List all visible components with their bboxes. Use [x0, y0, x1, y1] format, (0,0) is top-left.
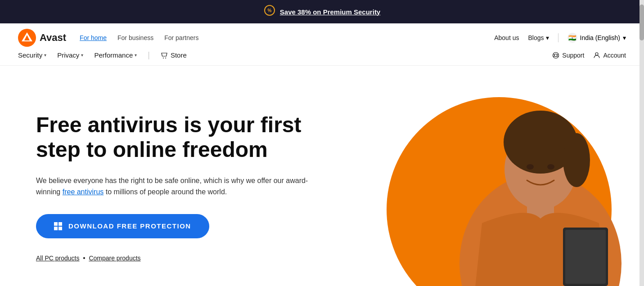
- privacy-menu[interactable]: Privacy ▾: [57, 51, 83, 59]
- support-icon: [552, 52, 559, 59]
- store-label: Store: [171, 51, 187, 59]
- free-antivirus-link[interactable]: free antivirus: [63, 188, 104, 196]
- download-button-label: DOWNLOAD FREE PROTECTION: [68, 222, 191, 230]
- svg-point-3: [163, 58, 164, 58]
- language-label: India (English): [580, 34, 621, 41]
- blogs-chevron-icon: ▾: [546, 34, 549, 41]
- svg-line-7: [554, 54, 555, 54]
- nav-for-partners[interactable]: For partners: [164, 34, 198, 41]
- svg-point-6: [554, 54, 557, 57]
- support-label: Support: [562, 52, 584, 59]
- account-link[interactable]: Account: [593, 52, 626, 59]
- nav-top-links: For home For business For partners: [80, 34, 198, 41]
- svg-text:%: %: [267, 8, 271, 13]
- logo-text: Avast: [40, 32, 66, 44]
- windows-icon: [54, 222, 62, 230]
- nav-bottom: Security ▾ Privacy ▾ Performance ▾ | Sto…: [18, 47, 626, 65]
- scrollbar[interactable]: [639, 0, 644, 286]
- svg-point-16: [563, 133, 590, 187]
- store-link[interactable]: Store: [161, 51, 187, 59]
- account-icon: [593, 52, 600, 59]
- language-selector[interactable]: 🇮🇳 India (English) ▾: [567, 33, 626, 43]
- nav-top-left: Avast For home For business For partners: [18, 29, 198, 47]
- security-chevron-icon: ▾: [44, 53, 46, 58]
- nav-for-home[interactable]: For home: [80, 34, 107, 41]
- security-label: Security: [18, 51, 42, 59]
- hero-title: Free antivirus is your first step to onl…: [36, 112, 324, 162]
- svg-point-18: [547, 164, 554, 170]
- svg-point-4: [165, 58, 166, 58]
- language-chevron-icon: ▾: [623, 34, 626, 41]
- all-pc-products-link[interactable]: All PC products: [36, 255, 79, 262]
- svg-point-17: [527, 164, 534, 170]
- avast-logo-icon: [18, 29, 36, 47]
- hero-person-image: [437, 66, 644, 286]
- nav-bottom-right: Support Account: [552, 52, 626, 59]
- svg-point-11: [595, 53, 598, 55]
- svg-line-10: [557, 56, 558, 56]
- blogs-link[interactable]: Blogs ▾: [528, 34, 549, 41]
- store-icon: [161, 52, 168, 59]
- hero-image: [354, 66, 644, 286]
- hero-links: All PC products • Compare products: [36, 255, 327, 262]
- privacy-chevron-icon: ▾: [81, 53, 83, 58]
- nav-bottom-left: Security ▾ Privacy ▾ Performance ▾ | Sto…: [18, 50, 187, 60]
- nav-top: Avast For home For business For partners…: [18, 23, 626, 47]
- privacy-label: Privacy: [57, 51, 79, 59]
- svg-rect-20: [565, 230, 606, 284]
- svg-point-5: [553, 52, 559, 58]
- svg-line-9: [554, 56, 555, 56]
- hero-subtitle-end: to millions of people around the world.: [104, 188, 227, 196]
- india-flag-icon: 🇮🇳: [567, 33, 577, 43]
- banner-link[interactable]: Save 38% on Premium Security: [280, 8, 380, 16]
- links-separator: •: [83, 255, 85, 262]
- nav-top-right: About us Blogs ▾ 🇮🇳 India (English) ▾: [494, 33, 626, 43]
- account-label: Account: [603, 52, 626, 59]
- logo[interactable]: Avast: [18, 29, 66, 47]
- performance-menu[interactable]: Performance ▾: [94, 51, 137, 59]
- download-button[interactable]: DOWNLOAD FREE PROTECTION: [36, 214, 209, 238]
- support-link[interactable]: Support: [552, 52, 584, 59]
- hero-content: Free antivirus is your first step to onl…: [0, 66, 354, 286]
- main-nav: Avast For home For business For partners…: [0, 23, 644, 66]
- svg-line-8: [557, 54, 558, 54]
- performance-chevron-icon: ▾: [135, 53, 137, 58]
- discount-icon: %: [264, 4, 275, 19]
- hero-section: Free antivirus is your first step to onl…: [0, 66, 644, 286]
- nav-divider: [558, 33, 558, 42]
- top-banner: % Save 38% on Premium Security: [0, 0, 644, 23]
- security-menu[interactable]: Security ▾: [18, 51, 46, 59]
- compare-products-link[interactable]: Compare products: [89, 255, 140, 262]
- scrollbar-thumb[interactable]: [639, 4, 644, 40]
- nav-separator: |: [148, 50, 150, 60]
- performance-label: Performance: [94, 51, 133, 59]
- blogs-label: Blogs: [528, 34, 544, 41]
- nav-for-business[interactable]: For business: [117, 34, 153, 41]
- hero-subtitle: We believe everyone has the right to be …: [36, 175, 324, 198]
- about-us-link[interactable]: About us: [494, 34, 519, 41]
